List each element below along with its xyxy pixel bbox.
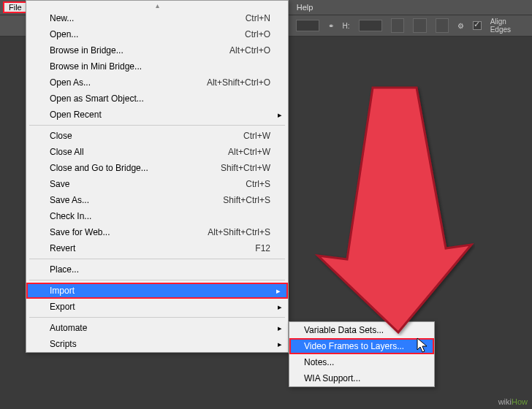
align-btn-2[interactable] bbox=[413, 18, 427, 33]
menu-open[interactable]: Open...Ctrl+O bbox=[26, 26, 288, 42]
align-edges-checkbox[interactable] bbox=[473, 21, 481, 30]
align-edges-label: Align Edges bbox=[490, 18, 526, 34]
menu-import[interactable]: Import bbox=[26, 283, 288, 299]
menu-export[interactable]: Export bbox=[26, 299, 288, 315]
menu-close-all[interactable]: Close AllAlt+Ctrl+W bbox=[26, 144, 288, 160]
menu-close-goto-bridge[interactable]: Close and Go to Bridge...Shift+Ctrl+W bbox=[26, 160, 288, 176]
submenu-variable-data-sets[interactable]: Variable Data Sets... bbox=[289, 322, 434, 338]
menu-browse-bridge[interactable]: Browse in Bridge...Alt+Ctrl+O bbox=[26, 42, 288, 58]
height-label: H: bbox=[343, 22, 350, 30]
menu-separator bbox=[29, 280, 285, 280]
menu-file[interactable]: File bbox=[3, 1, 28, 13]
menu-open-recent[interactable]: Open Recent bbox=[26, 107, 288, 123]
menu-save[interactable]: SaveCtrl+S bbox=[26, 176, 288, 192]
file-dropdown: ▴ New...Ctrl+N Open...Ctrl+O Browse in B… bbox=[26, 0, 289, 353]
menu-new[interactable]: New...Ctrl+N bbox=[26, 10, 288, 26]
watermark: wikiHow bbox=[498, 397, 528, 406]
menu-place[interactable]: Place... bbox=[26, 261, 288, 278]
gear-icon[interactable]: ⚙ bbox=[457, 22, 464, 30]
menu-open-as[interactable]: Open As...Alt+Shift+Ctrl+O bbox=[26, 74, 288, 91]
submenu-video-frames-to-layers[interactable]: Video Frames to Layers... bbox=[289, 338, 434, 354]
menu-save-as[interactable]: Save As...Shift+Ctrl+S bbox=[26, 192, 288, 208]
menu-automate[interactable]: Automate bbox=[26, 320, 288, 336]
submenu-wia-support[interactable]: WIA Support... bbox=[289, 370, 434, 386]
menu-close[interactable]: CloseCtrl+W bbox=[26, 128, 288, 144]
align-btn-3[interactable] bbox=[436, 18, 449, 33]
menu-save-for-web[interactable]: Save for Web...Alt+Shift+Ctrl+S bbox=[26, 224, 288, 240]
menu-separator bbox=[29, 259, 285, 259]
menu-check-in[interactable]: Check In... bbox=[26, 208, 288, 224]
menu-separator bbox=[29, 317, 285, 318]
import-submenu: Variable Data Sets... Video Frames to La… bbox=[289, 321, 435, 387]
width-input[interactable] bbox=[296, 20, 319, 31]
submenu-notes[interactable]: Notes... bbox=[289, 354, 434, 370]
menu-separator bbox=[29, 125, 285, 126]
menu-browse-mini-bridge[interactable]: Browse in Mini Bridge... bbox=[26, 58, 288, 74]
align-btn-1[interactable] bbox=[391, 18, 405, 33]
menu-scripts[interactable]: Scripts bbox=[26, 336, 288, 352]
height-input[interactable] bbox=[359, 20, 382, 31]
menu-open-smart[interactable]: Open as Smart Object... bbox=[26, 91, 288, 107]
menu-help[interactable]: Help bbox=[291, 1, 319, 13]
link-wh-icon[interactable]: ⚭ bbox=[328, 22, 334, 30]
menu-revert[interactable]: RevertF12 bbox=[26, 240, 288, 256]
menu-drag-handle[interactable]: ▴ bbox=[26, 1, 288, 10]
